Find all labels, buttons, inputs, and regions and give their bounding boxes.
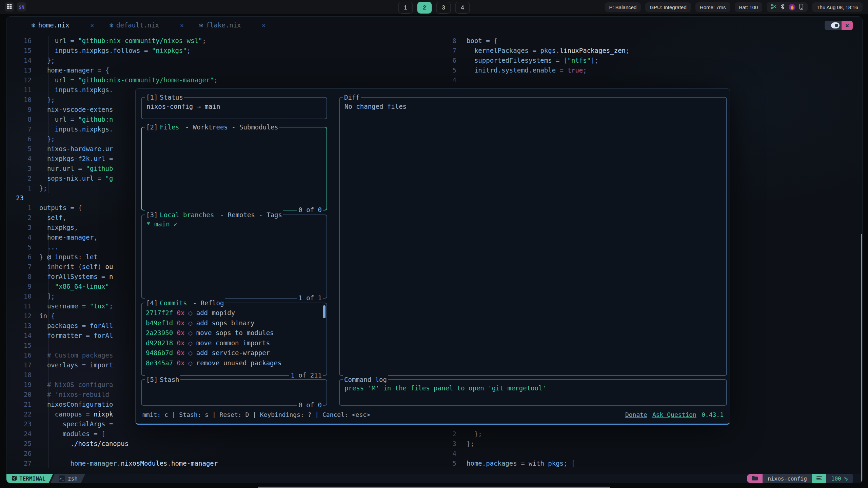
commit-row[interactable]: 9486b7d 0x ○ add service-wrapper bbox=[146, 348, 327, 358]
nix-badge-label: $N bbox=[19, 4, 24, 10]
panel-tabs[interactable]: - Remotes - Tags bbox=[215, 210, 283, 220]
lazygit-files-panel[interactable]: [2]Files - Worktrees - Submodules 0 of 0 bbox=[141, 127, 327, 210]
nix-badge[interactable]: $N bbox=[17, 2, 26, 12]
workspace-button-4[interactable]: 4 bbox=[455, 2, 470, 14]
code-line: 15 inputs.nixpkgs.follows = "nixpkgs"; bbox=[6, 46, 447, 56]
editor-statusbar: TERMINAL >_ zsh nixos-config 100 % bbox=[6, 474, 862, 483]
tab-close-icon[interactable]: × bbox=[90, 22, 94, 29]
commit-row[interactable]: d920218 0x ○ move common imports bbox=[146, 338, 327, 348]
panel-tabs[interactable]: - Reflog bbox=[188, 298, 225, 308]
power-profile-pill[interactable]: P: Balanced bbox=[605, 2, 641, 12]
nix-snowflake-icon: ❄ bbox=[199, 22, 203, 29]
editor-window: ❄home.nix×❄default.nix×❄flake.nix× × 16 … bbox=[6, 16, 863, 483]
editor-tab-default.nix[interactable]: ❄default.nix× bbox=[110, 17, 184, 34]
ping-pill[interactable]: Home: 7ms bbox=[695, 2, 730, 12]
dock-indicator bbox=[258, 487, 610, 488]
commit-row[interactable]: 2717f2f 0x ○ add mopidy bbox=[146, 308, 327, 318]
lines-icon bbox=[816, 475, 822, 482]
system-tray bbox=[767, 2, 808, 12]
panel-title: Stash bbox=[159, 375, 180, 385]
terminal-logo-icon bbox=[12, 475, 17, 482]
lazygit-stash-panel[interactable]: [5]Stash 0 of 0 bbox=[141, 379, 327, 406]
ask-question-link[interactable]: Ask Question bbox=[652, 410, 696, 420]
commit-row[interactable]: b49ef1d 0x ○ add sops binary bbox=[146, 318, 327, 328]
gpu-pill[interactable]: GPU: Integrated bbox=[645, 2, 691, 12]
code-line: 2 }; bbox=[447, 429, 862, 439]
indent-guide bbox=[461, 429, 461, 468]
scissors-icon[interactable] bbox=[771, 4, 777, 11]
commits-scrollbar-thumb[interactable] bbox=[323, 305, 326, 318]
keybindings-hint: mmit: c | Stash: s | Reset: D | Keybindi… bbox=[142, 410, 370, 420]
panel-count: 1 of 211 bbox=[289, 370, 323, 381]
lazygit-branches-panel[interactable]: [3]Local branches - Remotes - Tags * mai… bbox=[141, 215, 327, 299]
editor-tab-flake.nix[interactable]: ❄flake.nix× bbox=[199, 17, 266, 34]
code-line: 24 modules = [ bbox=[6, 429, 447, 439]
desktop: $N 1234 P: Balanced GPU: Integrated Home… bbox=[0, 0, 868, 488]
lazygit-commits-panel[interactable]: [4]Commits - Reflog 2717f2f 0x ○ add mop… bbox=[141, 303, 327, 376]
topbar: $N 1234 P: Balanced GPU: Integrated Home… bbox=[0, 0, 868, 14]
tab-close-icon[interactable]: × bbox=[262, 22, 266, 29]
panel-key: [5] bbox=[145, 375, 159, 385]
bluetooth-icon[interactable] bbox=[781, 4, 785, 11]
panel-tabs[interactable]: - Worktrees - Submodules bbox=[180, 122, 279, 133]
panel-title: Command log bbox=[343, 375, 388, 385]
tab-close-icon[interactable]: × bbox=[180, 22, 184, 29]
repo-label: nixos-config bbox=[768, 475, 807, 482]
editor-scrollbar-thumb[interactable] bbox=[861, 234, 862, 483]
window-controls: × bbox=[825, 21, 853, 30]
clock[interactable]: Thu Aug 08, 18:16 bbox=[812, 2, 863, 12]
lazygit-diff-panel[interactable]: Diff No changed files bbox=[339, 97, 727, 376]
panel-tab-active[interactable]: Commits bbox=[159, 298, 188, 308]
tab-bar: ❄home.nix×❄default.nix×❄flake.nix× bbox=[6, 17, 862, 34]
panel-key: [3] bbox=[145, 210, 159, 220]
workspace-button-3[interactable]: 3 bbox=[436, 2, 451, 14]
code-line: 14 }; bbox=[6, 56, 447, 65]
lazygit-status-panel[interactable]: [1]Status nixos-config → main bbox=[141, 97, 327, 119]
window-close-button[interactable]: × bbox=[842, 21, 853, 30]
commit-row[interactable]: 2a23950 0x ○ move sops to modules bbox=[146, 328, 327, 338]
topbar-left: $N bbox=[5, 2, 26, 12]
repo-segment[interactable]: nixos-config bbox=[763, 474, 812, 483]
donate-link[interactable]: Donate bbox=[625, 410, 647, 420]
code-line: 5 initrd.systemd.enable = true; bbox=[447, 65, 862, 75]
code-line: 4 bbox=[447, 449, 862, 459]
panel-key: [4] bbox=[145, 298, 159, 308]
app-launcher-button[interactable] bbox=[5, 2, 14, 12]
code-line: 25 ./hosts/canopus bbox=[6, 439, 447, 449]
editor-tab-home.nix[interactable]: ❄home.nix× bbox=[32, 17, 94, 34]
workspace-button-2[interactable]: 2 bbox=[417, 2, 432, 14]
panel-count: 0 of 0 bbox=[297, 205, 323, 215]
panel-tab-active[interactable]: Files bbox=[159, 122, 180, 133]
tab-label: default.nix bbox=[116, 21, 159, 29]
panel-key: [1] bbox=[145, 93, 159, 103]
folder-segment[interactable] bbox=[747, 474, 763, 483]
phone-icon[interactable] bbox=[800, 4, 803, 11]
mode-label: TERMINAL bbox=[19, 475, 45, 482]
close-icon: × bbox=[845, 22, 849, 29]
code-line: 3}; bbox=[447, 439, 862, 449]
grid-icon bbox=[7, 4, 12, 10]
tab-label: home.nix bbox=[38, 21, 70, 29]
panel-key: [2] bbox=[145, 122, 159, 133]
shell-segment[interactable]: >_ zsh bbox=[55, 474, 85, 483]
code-line: 27 home-manager.nixosModules.home-manage… bbox=[6, 459, 447, 468]
mode-segment[interactable]: TERMINAL bbox=[6, 474, 53, 483]
workspace-button-1[interactable]: 1 bbox=[398, 2, 413, 14]
indent-guide bbox=[48, 213, 49, 468]
nix-snowflake-icon: ❄ bbox=[32, 22, 35, 29]
scroll-segment[interactable] bbox=[812, 474, 826, 483]
window-toggle[interactable] bbox=[825, 21, 842, 30]
lazygit-footer: mmit: c | Stash: s | Reset: D | Keybindi… bbox=[142, 410, 724, 420]
code-line: 13 home-manager = { bbox=[6, 65, 447, 75]
statusbar-right: nixos-config 100 % bbox=[747, 474, 853, 483]
panel-tab-active[interactable]: Local branches bbox=[159, 210, 215, 220]
lazygit-command-log-panel[interactable]: Command log press 'M' in the files panel… bbox=[339, 379, 727, 406]
flame-icon[interactable] bbox=[789, 4, 795, 11]
lazygit-popup: [1]Status nixos-config → main [2]Files -… bbox=[135, 88, 730, 425]
indent-guide bbox=[461, 36, 461, 85]
commit-row[interactable]: 8e345a7 0x ○ remove unused packages bbox=[146, 358, 327, 368]
indent-guide bbox=[48, 36, 49, 193]
version-label: 0.43.1 bbox=[702, 410, 724, 420]
battery-pill[interactable]: Bat: 100 bbox=[735, 2, 763, 12]
code-line: 4 bbox=[447, 75, 862, 85]
